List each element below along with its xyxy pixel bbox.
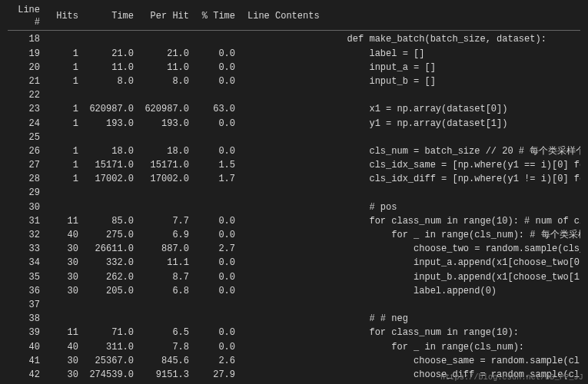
cell-per-hit: 6.5 (138, 326, 194, 339)
cell-per-hit (138, 131, 194, 144)
cell-hits (45, 312, 83, 326)
cell-pct: 0.0 (194, 256, 240, 270)
cell-pct: 2.6 (194, 354, 240, 368)
cell-time: 26611.0 (83, 242, 138, 256)
cell-code: choose_same = random.sample(cls_idx_same… (240, 354, 580, 368)
cell-line: 40 (8, 340, 45, 354)
cell-time: 275.0 (83, 228, 138, 242)
cell-pct: 0.0 (194, 326, 240, 339)
table-row: 333026611.0887.02.7 choose_two = random.… (8, 242, 580, 256)
cell-line: 41 (8, 354, 45, 368)
cell-line: 37 (8, 298, 45, 312)
cell-time: 205.0 (83, 284, 138, 298)
cell-time (83, 186, 138, 200)
col-pct-time: % Time (194, 3, 240, 30)
cell-pct (194, 312, 240, 326)
cell-pct: 1.5 (194, 158, 240, 172)
cell-hits: 1 (45, 47, 83, 61)
cell-per-hit (138, 32, 194, 46)
table-row: 29 (8, 186, 580, 200)
cell-time: 85.0 (83, 214, 138, 228)
cell-code: cls_num = batch_size // 20 # 每个类采样个数, po… (240, 144, 580, 158)
cell-hits: 30 (45, 368, 83, 382)
cell-hits: 30 (45, 354, 83, 368)
col-line: Line # (8, 3, 45, 30)
cell-line: 18 (8, 32, 45, 46)
cell-code: label = [] (240, 47, 580, 61)
cell-line: 24 (8, 117, 45, 131)
cell-line: 33 (8, 242, 45, 256)
cell-hits (45, 186, 83, 200)
cell-time (83, 32, 138, 46)
cell-code: for _ in range(cls_num): (240, 340, 580, 354)
cell-line: 27 (8, 158, 45, 172)
cell-per-hit: 21.0 (138, 47, 194, 61)
cell-hits (45, 32, 83, 46)
col-time: Time (83, 3, 138, 30)
cell-code: for _ in range(cls_num): # 每个类采样个数 (240, 228, 580, 242)
table-row: 231620987.0620987.063.0 x1 = np.array(da… (8, 102, 580, 116)
cell-line: 30 (8, 200, 45, 214)
cell-pct: 0.0 (194, 144, 240, 158)
cell-code: cls_idx_diff = [np.where(y1 != i)[0] for… (240, 172, 580, 186)
table-row: 3530262.08.70.0 input_b.append(x1[choose… (8, 270, 580, 284)
cell-line: 36 (8, 284, 45, 298)
cell-time: 8.0 (83, 74, 138, 88)
cell-time: 262.0 (83, 270, 138, 284)
cell-time: 21.0 (83, 47, 138, 61)
cell-per-hit (138, 312, 194, 326)
cell-per-hit (138, 200, 194, 214)
cell-time: 25367.0 (83, 354, 138, 368)
cell-line: 29 (8, 186, 45, 200)
cell-time: 274539.0 (83, 368, 138, 382)
cell-time: 311.0 (83, 340, 138, 354)
cell-pct: 0.0 (194, 61, 240, 74)
cell-time: 11.0 (83, 61, 138, 74)
cell-pct (194, 200, 240, 214)
table-row: 27115171.015171.01.5 cls_idx_same = [np.… (8, 158, 580, 172)
cell-hits: 1 (45, 172, 83, 186)
cell-code: input_a.append(x1[choose_two[0]]) (240, 256, 580, 270)
col-contents: Line Contents (240, 3, 580, 30)
cell-code: input_b.append(x1[choose_two[1]]) (240, 270, 580, 284)
cell-line: 31 (8, 214, 45, 228)
cell-time (83, 200, 138, 214)
cell-line: 35 (8, 270, 45, 284)
cell-hits: 11 (45, 326, 83, 339)
cell-pct (194, 32, 240, 46)
table-row: 413025367.0845.62.6 choose_same = random… (8, 354, 580, 368)
cell-line: 19 (8, 47, 45, 61)
cell-per-hit: 11.1 (138, 256, 194, 270)
table-row: 241193.0193.00.0 y1 = np.array(dataset[1… (8, 117, 580, 131)
cell-pct: 0.0 (194, 270, 240, 284)
cell-code: choose_two = random.sample(cls_idx_same[… (240, 242, 580, 256)
cell-per-hit: 8.7 (138, 270, 194, 284)
table-row: 3630205.06.80.0 label.append(0) (8, 284, 580, 298)
cell-time (83, 131, 138, 144)
cell-code: input_b = [] (240, 74, 580, 88)
cell-per-hit: 17002.0 (138, 172, 194, 186)
cell-code: # pos (240, 200, 580, 214)
table-row: 19121.021.00.0 label = [] (8, 47, 580, 61)
cell-line: 21 (8, 74, 45, 88)
cell-pct: 63.0 (194, 102, 240, 116)
table-header: Line # Hits Time Per Hit % Time Line Con… (8, 3, 580, 32)
cell-per-hit: 15171.0 (138, 158, 194, 172)
cell-per-hit (138, 88, 194, 102)
cell-per-hit: 7.8 (138, 340, 194, 354)
cell-code: input_a = [] (240, 61, 580, 74)
cell-hits: 1 (45, 144, 83, 158)
cell-line: 39 (8, 326, 45, 339)
cell-hits: 30 (45, 284, 83, 298)
cell-time: 193.0 (83, 117, 138, 131)
cell-code (240, 186, 580, 200)
table-row: 20111.011.00.0 input_a = [] (8, 61, 580, 74)
cell-per-hit: 7.7 (138, 214, 194, 228)
cell-code: for class_num in range(10): (240, 326, 580, 339)
cell-pct: 0.0 (194, 340, 240, 354)
cell-hits: 1 (45, 74, 83, 88)
cell-per-hit: 9151.3 (138, 368, 194, 382)
profiler-table: Line # Hits Time Per Hit % Time Line Con… (8, 3, 580, 384)
cell-hits: 1 (45, 158, 83, 172)
cell-per-hit: 11.0 (138, 61, 194, 74)
